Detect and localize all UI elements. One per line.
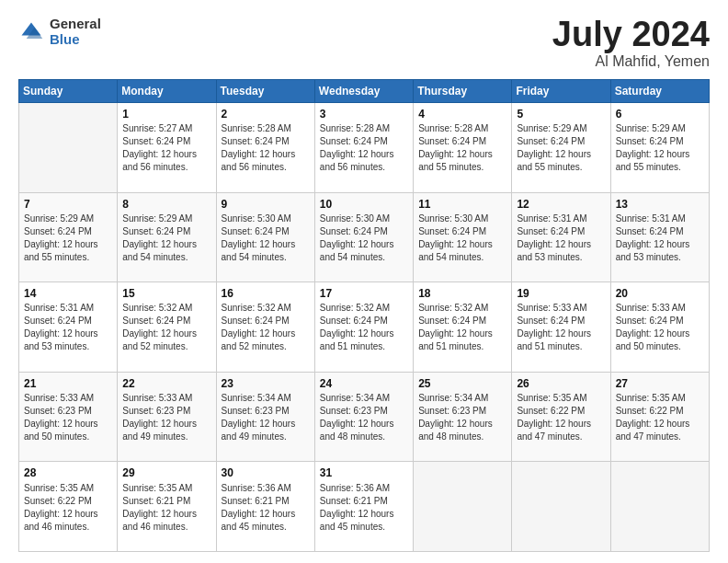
table-row: 31Sunrise: 5:36 AM Sunset: 6:21 PM Dayli…: [314, 462, 413, 552]
day-info: Sunrise: 5:29 AM Sunset: 6:24 PM Dayligh…: [24, 213, 112, 264]
day-info: Sunrise: 5:36 AM Sunset: 6:21 PM Dayligh…: [320, 482, 408, 534]
day-number: 16: [222, 286, 310, 301]
day-number: 26: [517, 376, 605, 391]
day-info: Sunrise: 5:33 AM Sunset: 6:23 PM Dayligh…: [24, 392, 112, 443]
table-row: 29Sunrise: 5:35 AM Sunset: 6:21 PM Dayli…: [118, 462, 216, 552]
day-number: 3: [320, 107, 408, 121]
calendar-week-row: 14Sunrise: 5:31 AM Sunset: 6:24 PM Dayli…: [19, 282, 710, 373]
table-row: 2Sunrise: 5:28 AM Sunset: 6:24 PM Daylig…: [216, 103, 314, 193]
day-number: 12: [517, 197, 605, 212]
day-number: 23: [222, 376, 310, 391]
logo-blue: Blue: [50, 32, 101, 48]
day-info: Sunrise: 5:29 AM Sunset: 6:24 PM Dayligh…: [517, 122, 605, 174]
title-month: July 2024: [552, 17, 710, 52]
table-row: 16Sunrise: 5:32 AM Sunset: 6:24 PM Dayli…: [216, 282, 314, 373]
table-row: 11Sunrise: 5:30 AM Sunset: 6:24 PM Dayli…: [414, 192, 512, 282]
day-number: 27: [616, 376, 704, 391]
day-number: 21: [24, 376, 112, 391]
col-wednesday: Wednesday: [314, 80, 413, 103]
logo: General Blue: [18, 17, 101, 47]
day-info: Sunrise: 5:29 AM Sunset: 6:24 PM Dayligh…: [616, 122, 704, 174]
day-info: Sunrise: 5:33 AM Sunset: 6:24 PM Dayligh…: [517, 302, 605, 353]
day-info: Sunrise: 5:35 AM Sunset: 6:22 PM Dayligh…: [616, 392, 704, 443]
table-row: 26Sunrise: 5:35 AM Sunset: 6:22 PM Dayli…: [512, 372, 610, 462]
logo-icon: [18, 19, 44, 45]
day-info: Sunrise: 5:34 AM Sunset: 6:23 PM Dayligh…: [418, 392, 506, 443]
table-row: 20Sunrise: 5:33 AM Sunset: 6:24 PM Dayli…: [610, 282, 709, 373]
table-row: 4Sunrise: 5:28 AM Sunset: 6:24 PM Daylig…: [414, 103, 512, 193]
calendar-week-row: 28Sunrise: 5:35 AM Sunset: 6:22 PM Dayli…: [19, 462, 710, 552]
day-number: 20: [616, 286, 704, 301]
day-info: Sunrise: 5:28 AM Sunset: 6:24 PM Dayligh…: [222, 122, 310, 174]
page: General Blue July 2024 Al Mahfid, Yemen …: [0, 0, 728, 563]
table-row: 19Sunrise: 5:33 AM Sunset: 6:24 PM Dayli…: [512, 282, 610, 373]
calendar-week-row: 21Sunrise: 5:33 AM Sunset: 6:23 PM Dayli…: [19, 372, 710, 462]
calendar-table: Sunday Monday Tuesday Wednesday Thursday…: [18, 79, 710, 552]
title-block: July 2024 Al Mahfid, Yemen: [552, 17, 710, 70]
day-info: Sunrise: 5:30 AM Sunset: 6:24 PM Dayligh…: [222, 213, 310, 264]
day-number: 17: [320, 286, 408, 301]
day-number: 28: [24, 465, 112, 480]
table-row: 9Sunrise: 5:30 AM Sunset: 6:24 PM Daylig…: [216, 192, 314, 282]
day-number: 19: [517, 286, 605, 301]
day-info: Sunrise: 5:35 AM Sunset: 6:22 PM Dayligh…: [517, 392, 605, 443]
day-info: Sunrise: 5:34 AM Sunset: 6:23 PM Dayligh…: [320, 392, 408, 443]
day-number: 22: [122, 376, 210, 391]
day-info: Sunrise: 5:30 AM Sunset: 6:24 PM Dayligh…: [418, 213, 506, 264]
day-info: Sunrise: 5:36 AM Sunset: 6:21 PM Dayligh…: [222, 482, 310, 534]
day-number: 2: [222, 107, 310, 121]
col-sunday: Sunday: [19, 80, 118, 103]
table-row: 10Sunrise: 5:30 AM Sunset: 6:24 PM Dayli…: [314, 192, 413, 282]
table-row: 17Sunrise: 5:32 AM Sunset: 6:24 PM Dayli…: [314, 282, 413, 373]
col-saturday: Saturday: [610, 80, 709, 103]
day-info: Sunrise: 5:31 AM Sunset: 6:24 PM Dayligh…: [24, 302, 112, 353]
table-row: 1Sunrise: 5:27 AM Sunset: 6:24 PM Daylig…: [118, 103, 216, 193]
table-row: 30Sunrise: 5:36 AM Sunset: 6:21 PM Dayli…: [216, 462, 314, 552]
day-info: Sunrise: 5:32 AM Sunset: 6:24 PM Dayligh…: [418, 302, 506, 353]
day-number: 7: [24, 197, 112, 212]
day-info: Sunrise: 5:30 AM Sunset: 6:24 PM Dayligh…: [320, 213, 408, 264]
calendar-week-row: 7Sunrise: 5:29 AM Sunset: 6:24 PM Daylig…: [19, 192, 710, 282]
day-number: 14: [24, 286, 112, 301]
title-location: Al Mahfid, Yemen: [552, 53, 710, 70]
table-row: 13Sunrise: 5:31 AM Sunset: 6:24 PM Dayli…: [610, 192, 709, 282]
day-info: Sunrise: 5:33 AM Sunset: 6:24 PM Dayligh…: [616, 302, 704, 353]
table-row: 7Sunrise: 5:29 AM Sunset: 6:24 PM Daylig…: [19, 192, 118, 282]
table-row: 3Sunrise: 5:28 AM Sunset: 6:24 PM Daylig…: [314, 103, 413, 193]
calendar-week-row: 1Sunrise: 5:27 AM Sunset: 6:24 PM Daylig…: [19, 103, 710, 193]
logo-text: General Blue: [50, 17, 101, 47]
day-info: Sunrise: 5:32 AM Sunset: 6:24 PM Dayligh…: [122, 302, 210, 353]
day-info: Sunrise: 5:33 AM Sunset: 6:23 PM Dayligh…: [122, 392, 210, 443]
table-row: 23Sunrise: 5:34 AM Sunset: 6:23 PM Dayli…: [216, 372, 314, 462]
day-number: 24: [320, 376, 408, 391]
day-number: 31: [320, 465, 408, 480]
day-number: 10: [320, 197, 408, 212]
day-info: Sunrise: 5:28 AM Sunset: 6:24 PM Dayligh…: [418, 122, 506, 174]
table-row: [610, 462, 709, 552]
day-number: 29: [122, 465, 210, 480]
day-info: Sunrise: 5:35 AM Sunset: 6:22 PM Dayligh…: [24, 482, 112, 534]
day-number: 13: [616, 197, 704, 212]
day-number: 30: [222, 465, 310, 480]
table-row: 21Sunrise: 5:33 AM Sunset: 6:23 PM Dayli…: [19, 372, 118, 462]
col-friday: Friday: [512, 80, 610, 103]
day-info: Sunrise: 5:32 AM Sunset: 6:24 PM Dayligh…: [320, 302, 408, 353]
col-monday: Monday: [118, 80, 216, 103]
day-info: Sunrise: 5:34 AM Sunset: 6:23 PM Dayligh…: [222, 392, 310, 443]
col-thursday: Thursday: [414, 80, 512, 103]
day-info: Sunrise: 5:28 AM Sunset: 6:24 PM Dayligh…: [320, 122, 408, 174]
day-info: Sunrise: 5:32 AM Sunset: 6:24 PM Dayligh…: [222, 302, 310, 353]
table-row: 24Sunrise: 5:34 AM Sunset: 6:23 PM Dayli…: [314, 372, 413, 462]
table-row: 15Sunrise: 5:32 AM Sunset: 6:24 PM Dayli…: [118, 282, 216, 373]
table-row: 8Sunrise: 5:29 AM Sunset: 6:24 PM Daylig…: [118, 192, 216, 282]
day-number: 5: [517, 107, 605, 121]
day-number: 4: [418, 107, 506, 121]
day-number: 9: [222, 197, 310, 212]
day-info: Sunrise: 5:29 AM Sunset: 6:24 PM Dayligh…: [122, 213, 210, 264]
table-row: [414, 462, 512, 552]
logo-general: General: [50, 17, 101, 32]
day-number: 25: [418, 376, 506, 391]
day-number: 1: [122, 107, 210, 121]
day-info: Sunrise: 5:31 AM Sunset: 6:24 PM Dayligh…: [517, 213, 605, 264]
day-info: Sunrise: 5:31 AM Sunset: 6:24 PM Dayligh…: [616, 213, 704, 264]
